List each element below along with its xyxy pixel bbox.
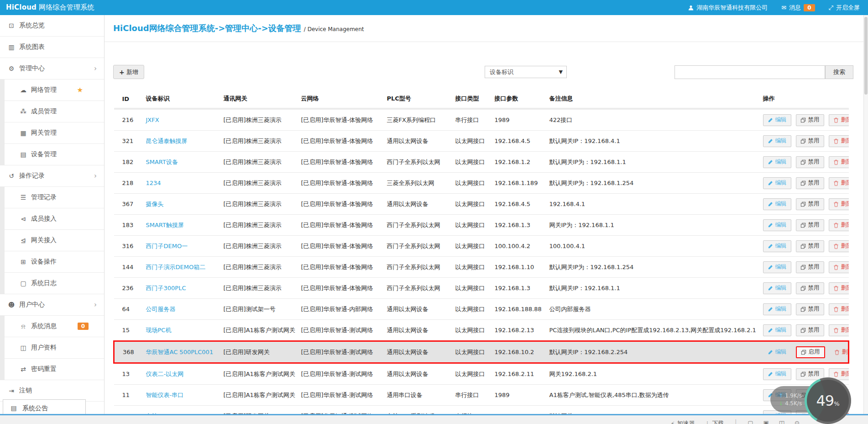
edit-button[interactable]: 编辑 [763,156,791,168]
delete-button[interactable]: 删除 [829,156,849,168]
delete-button[interactable]: 删除 [829,135,849,147]
fullscreen-button[interactable]: ⤢ 开启全屏 [829,4,860,12]
disable-button[interactable]: 禁用 [796,261,824,273]
edit-button[interactable]: 编辑 [763,240,791,252]
disable-button[interactable]: 禁用 [796,240,824,252]
sidebar-item-5[interactable]: ▦网关管理 [0,122,104,144]
device-name-link[interactable]: 公司服务器 [146,306,176,313]
delete-button[interactable]: 删除 [829,303,849,315]
edit-button[interactable]: 编辑 [763,346,791,358]
edit-button[interactable]: 编辑 [763,135,791,147]
disable-button[interactable]: 禁用 [796,177,824,189]
search-input[interactable] [675,65,825,79]
chevron-right-icon: › [94,64,97,73]
delete-button[interactable]: 删除 [829,261,849,273]
sidebar-item-16[interactable]: ⇄密码重置 [0,359,104,380]
edit-button[interactable]: 编辑 [763,114,791,126]
edit-button[interactable]: 编辑 [763,303,791,315]
accelerator-button[interactable]: ⚡ 加速器 [670,419,695,424]
device-name-link[interactable]: 摄像头 [146,201,164,207]
edit-button[interactable]: 编辑 [763,324,791,336]
device-name-link[interactable]: 西门子演示DEMO箱二 [146,264,206,270]
delete-button[interactable]: 删除 [830,346,849,358]
download-button[interactable]: ⇣ 下载 [705,419,724,424]
sidebar-item-8[interactable]: ☰管理记录 [0,187,104,208]
sidebar-item-13[interactable]: ☻用户中心› [0,294,104,316]
memory-gauge[interactable]: 49 % [805,377,851,424]
actions-cell: 编辑禁用删除 [760,278,849,299]
pencil-icon [768,201,773,207]
scrollbar-thumb[interactable] [864,17,868,95]
copy-icon [800,244,806,249]
sidebar-item-11[interactable]: ⊞设备操作 [0,251,104,273]
delete-button[interactable]: 删除 [829,177,849,189]
edit-button[interactable]: 编辑 [763,177,791,189]
delete-button[interactable]: 删除 [829,219,849,231]
disable-button[interactable]: 禁用 [796,303,824,315]
messages-menu[interactable]: ✉ 消息 0 [781,4,815,12]
device-name-link[interactable]: 西门子300PLC [146,285,186,292]
panel-icon[interactable]: ▢ [748,419,753,424]
delete-button[interactable]: 删除 [829,282,849,294]
delete-button[interactable]: 删除 [829,240,849,252]
topbar-right: 湖南华辰智通科技有限公司 ✉ 消息 0 ⤢ 开启全屏 [688,4,868,12]
device-name-link[interactable]: 仪表二-以太网 [146,371,184,377]
delete-button[interactable]: 删除 [829,198,849,210]
layers-icon[interactable]: ◫ [779,419,784,424]
device-filter-select[interactable]: 设备标识 ▼ [485,66,567,78]
device-name-link[interactable]: SMART设备 [146,159,178,165]
device-name-link[interactable]: 华辰智通AC 500PLC001 [146,349,214,355]
disable-button[interactable]: 禁用 [796,324,824,336]
top-bar: HiCloud 网络综合管理系统 湖南华辰智通科技有限公司 ✉ 消息 0 ⤢ 开… [0,0,868,15]
edit-button[interactable]: 编辑 [763,219,791,231]
device-name-link[interactable]: SMART触摸屏 [146,222,184,228]
disable-button[interactable]: 禁用 [796,114,824,126]
edit-button[interactable]: 编辑 [763,198,791,210]
cloud-network-cell: [已启用]华辰智通-测试网络 [298,341,384,363]
delete-button[interactable]: 删除 [829,114,849,126]
sidebar-item-9[interactable]: ⊲成员接入 [0,208,104,230]
company-menu[interactable]: 湖南华辰智通科技有限公司 [688,4,768,12]
sidebar-item-0[interactable]: ⊡系统总览 [0,15,104,37]
device-name-link[interactable]: 现场PC机 [146,327,172,334]
disable-button[interactable]: 禁用 [796,135,824,147]
add-device-button[interactable]: + 新增 [113,65,144,79]
disable-button[interactable]: 禁用 [796,368,824,380]
device-name-link[interactable]: 智能仪表-串口 [146,392,184,398]
sidebar-item-4[interactable]: ⁂成员管理 [0,101,104,122]
disable-button[interactable]: 禁用 [796,219,824,231]
sidebar-item-17[interactable]: ⇥注销 [0,380,104,402]
sidebar-item-2[interactable]: ⚙管理中心› [0,58,104,80]
window-icon[interactable]: ▣ [763,419,769,424]
edit-label: 编辑 [775,179,787,187]
sidebar-item-6[interactable]: ▤设备管理 [0,144,104,165]
enable-button[interactable]: 启用 [796,346,825,358]
toggle-label: 禁用 [808,242,820,250]
sidebar-item-3[interactable]: ☁网络管理★ [0,80,104,101]
device-name-link[interactable]: 1234 [146,180,161,186]
cloud-network-cell: [已启用]华辰智通-体验网络 [298,236,384,257]
sidebar-item-1[interactable]: ▥系统图表 [0,37,104,58]
edit-button[interactable]: 编辑 [763,282,791,294]
sidebar-item-14[interactable]: ⍾系统消息0 [0,316,104,337]
clock-icon[interactable]: ⊙ [795,419,800,424]
search-button[interactable]: 搜索 [825,65,853,79]
delete-button[interactable]: 删除 [829,324,849,336]
device-name-link[interactable]: JXFX [146,117,159,123]
sidebar-item-12[interactable]: ▢系统日志 [0,273,104,294]
sidebar-item-7[interactable]: ↺操作记录› [0,165,104,187]
remark-cell: 默认网关IP为：192.168.1.1 [547,152,760,173]
edit-button[interactable]: 编辑 [763,368,791,380]
main-content: HiCloud网络综合管理系统->管理中心->设备管理 / Device Man… [104,15,868,424]
trash-icon [833,159,839,165]
device-name-link[interactable]: 昆仑通泰触摸屏 [146,138,188,144]
sidebar-item-15[interactable]: ◫用户资料 [0,337,104,359]
header-remark: 备注信息 [547,90,760,109]
disable-button[interactable]: 禁用 [796,156,824,168]
disable-button[interactable]: 禁用 [796,282,824,294]
vertical-scrollbar[interactable] [863,15,868,424]
device-name-link[interactable]: 西门子DEMO一 [146,243,188,249]
edit-button[interactable]: 编辑 [763,261,791,273]
disable-button[interactable]: 禁用 [796,198,824,210]
sidebar-item-10[interactable]: ⊴网关接入 [0,230,104,251]
